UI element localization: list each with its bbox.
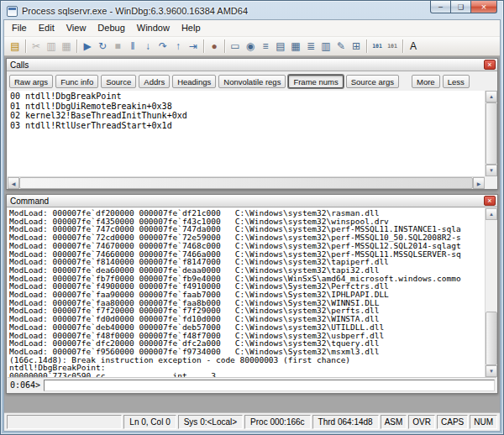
- paste-icon[interactable]: ▦: [59, 39, 74, 55]
- locals-window-icon[interactable]: ≡: [258, 39, 273, 55]
- processes-window-icon[interactable]: ⊞: [349, 39, 364, 55]
- status-process: Proc 000:166c: [244, 415, 311, 429]
- menu-item[interactable]: Debug: [92, 20, 130, 36]
- nonvolatile-regs-button[interactable]: Nonvolatile regs: [218, 75, 286, 88]
- stack-frame[interactable]: 03 ntdll!RtlUserThreadStart+0x1d: [10, 121, 482, 131]
- command-title-bar[interactable]: Command ×: [7, 195, 497, 207]
- toolbar-separator: [74, 39, 80, 55]
- command-input-row: 0:064>: [8, 377, 496, 392]
- scroll-up-icon[interactable]: ▲: [486, 208, 497, 220]
- step-into-icon[interactable]: ↓: [140, 39, 155, 55]
- go-icon[interactable]: ▶: [80, 39, 95, 55]
- command-prompt: 0:064>: [8, 380, 44, 390]
- menu-item[interactable]: File: [6, 20, 33, 36]
- scrollbar-thumb[interactable]: [19, 177, 473, 189]
- scroll-up-icon[interactable]: ▲: [486, 91, 497, 102]
- menu-item[interactable]: Window: [131, 20, 176, 36]
- command-title: Command: [10, 197, 484, 206]
- toolbar-separator: [23, 39, 29, 55]
- toolbar-separator: [400, 39, 406, 55]
- status-indicator: ASM: [381, 415, 407, 429]
- scratch-pad-window-icon[interactable]: ✎: [333, 39, 349, 55]
- status-indicator: CAPS: [437, 415, 468, 429]
- source-mode-on-icon[interactable]: 101: [370, 39, 385, 55]
- scroll-left-icon[interactable]: ◀: [8, 177, 19, 189]
- maximize-button[interactable]: ❑: [450, 1, 471, 13]
- run-to-cursor-icon[interactable]: ⇥: [186, 39, 201, 55]
- step-out-icon[interactable]: ↑: [171, 39, 186, 55]
- stack-frame[interactable]: 02 kernel32!BaseThreadInitThunk+0xd: [10, 111, 482, 121]
- menu-item[interactable]: View: [60, 20, 92, 36]
- menu-item[interactable]: Edit: [33, 20, 60, 36]
- scrollbar-thumb[interactable]: [486, 312, 497, 365]
- calls-title-bar[interactable]: Calls ×: [7, 59, 497, 71]
- raw-args-button[interactable]: Raw args: [9, 75, 53, 88]
- scrollbar-corner: [485, 176, 496, 188]
- calls-vertical-scrollbar[interactable]: ▲ ▼: [485, 91, 496, 176]
- status-indicator: OVR: [408, 415, 435, 429]
- status-indicator: NUM: [470, 415, 497, 429]
- font-icon[interactable]: A: [406, 39, 421, 55]
- cut-icon[interactable]: ✂: [29, 39, 44, 55]
- calls-options-toolbar: Raw argsFunc infoSourceAddrsHeadingsNonv…: [7, 72, 497, 91]
- toolbar-separator: [201, 39, 207, 55]
- restart-icon[interactable]: ↻: [95, 39, 110, 55]
- calls-horizontal-scrollbar[interactable]: ◀ ▶: [8, 176, 485, 188]
- headings-button[interactable]: Headings: [172, 75, 216, 88]
- scroll-down-icon[interactable]: ▼: [486, 165, 497, 176]
- status-message: [7, 415, 122, 429]
- call-stack-window-icon[interactable]: ≣: [303, 39, 318, 55]
- open-source-file-icon[interactable]: ▤: [8, 39, 23, 55]
- command-output[interactable]: ModLoad: 000007fe`df200000 000007fe`df21…: [8, 208, 485, 377]
- more-button[interactable]: More: [412, 75, 440, 88]
- scroll-down-icon[interactable]: ▼: [486, 365, 497, 377]
- app-body: FileEditViewDebugWindowHelp ▤✂▥▦▶↻■‖↓↷↑⇥…: [3, 19, 501, 432]
- mdi-workspace: Calls × Raw argsFunc infoSourceAddrsHead…: [4, 56, 500, 412]
- addrs-button[interactable]: Addrs: [139, 75, 170, 88]
- scroll-right-icon[interactable]: ▶: [473, 177, 485, 189]
- window-title: Process sqlservr.exe - WinDbg:6.3.9600.1…: [22, 6, 248, 16]
- toolbar-separator: [222, 39, 228, 55]
- source-args-button[interactable]: Source args: [346, 75, 399, 88]
- copy-icon[interactable]: ▥: [44, 39, 59, 55]
- calls-close-icon[interactable]: ×: [484, 60, 496, 70]
- status-thread: Thrd 064:14d8: [312, 415, 379, 429]
- windbg-app-icon: [7, 6, 18, 17]
- toolbar-separator: [364, 39, 370, 55]
- minimize-button[interactable]: –: [430, 1, 451, 13]
- status-bar: Ln 0, Col 0 Sys 0:<Local> Proc 000:166c …: [4, 412, 500, 431]
- step-over-icon[interactable]: ↷: [155, 39, 171, 55]
- registers-window-icon[interactable]: ▤: [273, 39, 288, 55]
- stack-frame[interactable]: 01 ntdll!DbgUiRemoteBreakin+0x38: [10, 102, 482, 112]
- menu-bar: FileEditViewDebugWindowHelp: [4, 20, 500, 36]
- command-vertical-scrollbar[interactable]: ▲ ▼: [485, 208, 496, 377]
- scrollbar-thumb[interactable]: [486, 102, 497, 165]
- break-icon[interactable]: ‖: [125, 39, 140, 55]
- stack-frame[interactable]: 00 ntdll!DbgBreakPoint: [10, 92, 482, 102]
- command-window: Command × ModLoad: 000007fe`df200000 000…: [6, 194, 498, 394]
- title-bar[interactable]: Process sqlservr.exe - WinDbg:6.3.9600.1…: [1, 1, 503, 19]
- disassembly-window-icon[interactable]: ▥: [318, 39, 333, 55]
- status-indicators: ASMOVRCAPSNUM: [381, 415, 497, 429]
- window-controls: – ❑ ×: [430, 1, 497, 13]
- status-system: Sys 0:<Local>: [178, 415, 243, 429]
- call-stack-list[interactable]: 00 ntdll!DbgBreakPoint01 ntdll!DbgUiRemo…: [8, 91, 485, 176]
- command-close-icon[interactable]: ×: [484, 196, 496, 206]
- calls-window: Calls × Raw argsFunc infoSourceAddrsHead…: [6, 58, 498, 190]
- source-mode-off-icon[interactable]: 101: [385, 39, 400, 55]
- status-line-col: Ln 0, Col 0: [123, 415, 176, 429]
- stop-debugging-icon[interactable]: ■: [110, 39, 125, 55]
- menu-item[interactable]: Help: [176, 20, 207, 36]
- command-input[interactable]: [44, 380, 495, 391]
- close-button[interactable]: ×: [470, 1, 497, 13]
- less-button[interactable]: Less: [443, 75, 470, 88]
- memory-window-icon[interactable]: ▦: [288, 39, 303, 55]
- frame-nums-button[interactable]: Frame nums: [288, 75, 343, 88]
- watch-window-icon[interactable]: ◉: [243, 39, 258, 55]
- calls-title: Calls: [10, 60, 484, 70]
- toolbar: ▤✂▥▦▶↻■‖↓↷↑⇥●▭◉≡▤▦≣▥✎⊞101101A: [4, 36, 500, 56]
- source-button[interactable]: Source: [101, 75, 136, 88]
- command-window-icon[interactable]: ▭: [228, 39, 243, 55]
- func-info-button[interactable]: Func info: [55, 75, 98, 88]
- insert-breakpoint-icon[interactable]: ●: [207, 39, 222, 55]
